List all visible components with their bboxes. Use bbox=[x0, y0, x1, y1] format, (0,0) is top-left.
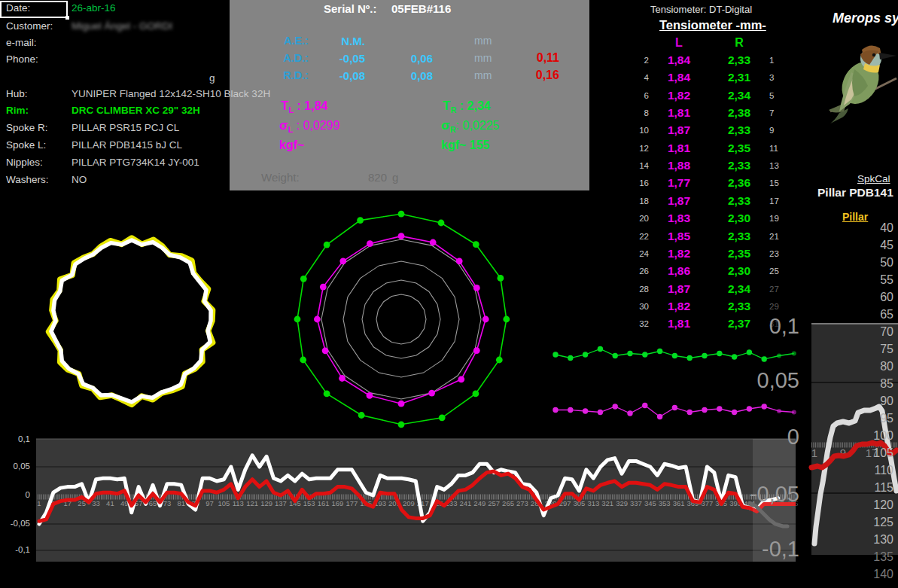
spoke-index-right: 1 bbox=[769, 56, 792, 65]
tension-cell-right[interactable]: 2,37 bbox=[717, 317, 762, 331]
tension-cell-left[interactable]: 1,87 bbox=[656, 194, 702, 208]
spoke-index-right: 15 bbox=[769, 178, 792, 187]
tension-cell-left[interactable]: 1,82 bbox=[656, 89, 702, 102]
spoke-index-right: 3 bbox=[769, 73, 792, 82]
big-axis-label: 0 bbox=[787, 425, 799, 449]
scale-value: 90 bbox=[880, 395, 893, 408]
spoke-index-right: 13 bbox=[769, 161, 792, 170]
deviation-point-L bbox=[762, 404, 767, 409]
tension-cell-right[interactable]: 2,33 bbox=[717, 300, 762, 313]
runout-axis-label: -0,1 bbox=[0, 545, 30, 554]
deviation-point-R bbox=[657, 349, 662, 354]
tension-cell-left[interactable]: 1,87 bbox=[656, 282, 702, 296]
tension-cell-right[interactable]: 2,30 bbox=[717, 264, 762, 278]
form-value-9[interactable]: PILLAR PTG734K14 JY-001 bbox=[72, 157, 199, 168]
tension-cell-left[interactable]: 1,82 bbox=[656, 300, 702, 313]
big-axis-label: -0,1 bbox=[762, 537, 799, 562]
app-brand-title: Merops syst bbox=[833, 11, 898, 26]
tension-cell-right[interactable]: 2,34 bbox=[717, 89, 762, 102]
deviation-point-R bbox=[552, 352, 558, 357]
radar-point-R bbox=[496, 357, 503, 364]
tension-cell-right[interactable]: 2,33 bbox=[717, 159, 762, 172]
tension-cell-right[interactable]: 2,38 bbox=[717, 106, 762, 120]
spoke-index-left: 2 bbox=[626, 56, 649, 65]
runout-axis-label: 0 bbox=[0, 490, 30, 499]
tension-cell-left[interactable]: 1,87 bbox=[656, 123, 702, 137]
svg-text:113: 113 bbox=[233, 499, 244, 507]
scale-value: 45 bbox=[880, 239, 893, 252]
form-value-6[interactable]: DRC CLIMBER XC 29" 32H bbox=[72, 105, 200, 116]
scale-value: 140 bbox=[873, 568, 893, 581]
form-value-10[interactable]: NO bbox=[72, 174, 87, 185]
svg-text:177: 177 bbox=[346, 499, 358, 507]
form-label-10: Washers: bbox=[6, 174, 49, 185]
tension-cell-right[interactable]: 2,33 bbox=[717, 230, 762, 243]
big-axis-label: -0,05 bbox=[750, 482, 799, 507]
deviation-point-R bbox=[627, 351, 632, 356]
form-value-5[interactable]: YUNIPER Flanged 12x142-SH10 Black 32H bbox=[72, 88, 270, 99]
tension-cell-right[interactable]: 2,30 bbox=[717, 212, 762, 225]
tension-cell-left[interactable]: 1,81 bbox=[656, 142, 702, 155]
tension-cell-left[interactable]: 1,77 bbox=[656, 176, 702, 190]
form-value-1[interactable]: Miguel Ángel - GORDI bbox=[72, 20, 172, 32]
deviation-point-L bbox=[552, 407, 558, 413]
radar-point-R bbox=[294, 316, 301, 323]
radar-point-R bbox=[358, 412, 365, 419]
tension-cell-left[interactable]: 1,81 bbox=[656, 317, 702, 331]
pillar-link[interactable]: Pillar bbox=[842, 211, 868, 223]
scale-value: 85 bbox=[880, 377, 893, 391]
svg-text:161: 161 bbox=[318, 499, 330, 507]
tension-cell-left[interactable]: 1,86 bbox=[656, 264, 702, 278]
deviation-point-R bbox=[792, 352, 796, 356]
svg-text:153: 153 bbox=[303, 499, 315, 507]
tension-cell-left[interactable]: 1,88 bbox=[656, 159, 702, 172]
tension-cell-right[interactable]: 2,31 bbox=[717, 71, 762, 84]
scale-value: 75 bbox=[880, 343, 893, 356]
bee-eater-bird-icon bbox=[824, 39, 898, 131]
tension-cell-left[interactable]: 1,85 bbox=[656, 230, 702, 243]
radar-ring bbox=[376, 294, 426, 344]
radar-point-L bbox=[320, 284, 327, 291]
deviation-point-R bbox=[747, 349, 752, 355]
tension-cell-right[interactable]: 2,36 bbox=[717, 176, 762, 190]
tension-cell-left[interactable]: 1,83 bbox=[656, 212, 702, 225]
form-value-7[interactable]: PILLAR PSR15 PCJ CL bbox=[72, 122, 179, 133]
scale-value: 105 bbox=[873, 446, 893, 460]
tension-cell-left[interactable]: 1,84 bbox=[656, 71, 702, 84]
spoke-index-left: 16 bbox=[626, 178, 649, 187]
tension-cell-left[interactable]: 1,82 bbox=[656, 247, 702, 260]
radar-point-L bbox=[314, 316, 321, 323]
svg-text:33: 33 bbox=[92, 499, 100, 507]
tension-cell-right[interactable]: 2,35 bbox=[717, 247, 762, 260]
form-label-1: Customer: bbox=[6, 20, 53, 32]
tension-cell-right[interactable]: 2,33 bbox=[717, 194, 762, 208]
radar-point-R bbox=[439, 414, 446, 421]
tension-cell-right[interactable]: 2,34 bbox=[717, 282, 762, 296]
scale-value: 120 bbox=[873, 498, 893, 512]
tension-cell-left[interactable]: 1,84 bbox=[656, 53, 702, 67]
form-value-8[interactable]: PILLAR PDB1415 bJ CL bbox=[72, 139, 182, 151]
tension-cell-right[interactable]: 2,33 bbox=[717, 53, 762, 67]
form-label-2: e-mail: bbox=[6, 37, 37, 48]
column-header-left: L bbox=[665, 36, 693, 50]
radar-point-R bbox=[473, 391, 479, 398]
deviation-point-R bbox=[672, 353, 677, 358]
svg-text:73: 73 bbox=[163, 499, 172, 507]
spoke-index-left: 24 bbox=[626, 249, 649, 258]
deviation-point-R bbox=[732, 354, 737, 359]
tension-cell-right[interactable]: 2,33 bbox=[717, 123, 762, 137]
scale-value: 100 bbox=[873, 429, 893, 443]
runout-axis-label: 0,1 bbox=[0, 434, 30, 443]
radar-point-L bbox=[428, 390, 435, 397]
tension-cell-right[interactable]: 2,35 bbox=[717, 142, 762, 155]
spkcal-link[interactable]: SpkCal bbox=[857, 173, 890, 184]
deviation-point-L bbox=[613, 404, 618, 409]
runout-axis-label: -0,05 bbox=[0, 519, 30, 528]
spoke-index-left: 4 bbox=[626, 73, 649, 82]
deviation-point-L bbox=[672, 405, 677, 410]
deviation-point-R bbox=[613, 353, 618, 358]
form-value-0[interactable]: 26-abr-16 bbox=[72, 2, 116, 14]
svg-text:329: 329 bbox=[616, 499, 628, 507]
radar-ring bbox=[362, 280, 440, 358]
tension-cell-left[interactable]: 1,81 bbox=[656, 106, 702, 120]
